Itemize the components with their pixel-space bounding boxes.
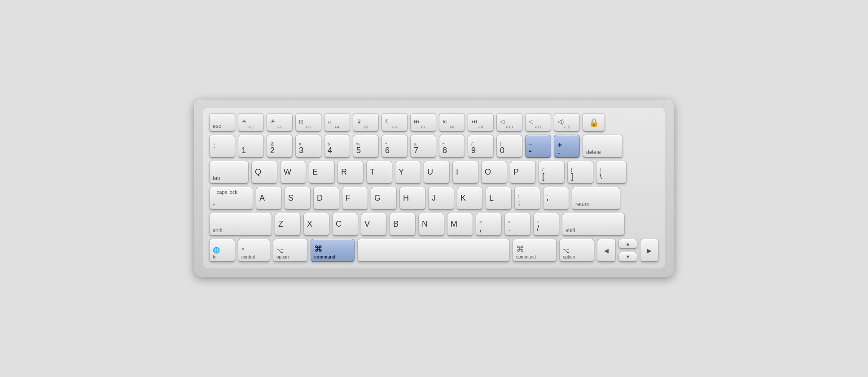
key-w[interactable]: W (280, 161, 306, 184)
f2-key[interactable]: ☀ F2 (267, 113, 293, 132)
f11-label: F11 (529, 125, 548, 129)
key-k[interactable]: K (457, 187, 483, 210)
key-l[interactable]: L (486, 187, 512, 210)
control-key[interactable]: ^ control (238, 239, 270, 262)
backslash-key[interactable]: | \ (596, 161, 627, 184)
lock-key[interactable]: 🔒 (583, 113, 605, 132)
key-3[interactable]: # 3 (295, 135, 321, 158)
period-key[interactable]: > . (504, 213, 530, 236)
key-q[interactable]: Q (251, 161, 277, 184)
f10-key[interactable]: ◁ F10 (496, 113, 522, 132)
key-u[interactable]: U (424, 161, 450, 184)
key-a[interactable]: A (256, 187, 282, 210)
fn-key[interactable]: 🌐 fn (209, 239, 235, 262)
a-label: A (259, 194, 265, 203)
key-v[interactable]: V (361, 213, 387, 236)
f12-key[interactable]: ◁) F12 (554, 113, 580, 132)
key-h[interactable]: H (399, 187, 425, 210)
caps-lock-key[interactable]: ● caps lock (209, 187, 253, 210)
quote-key[interactable]: " ' (543, 187, 569, 210)
caps-lock-label: caps lock (217, 189, 237, 195)
key-z[interactable]: Z (275, 213, 301, 236)
command-left-key[interactable]: ⌘ command (311, 239, 355, 262)
tilde-key[interactable]: ~ ` (209, 135, 235, 158)
key-f[interactable]: F (342, 187, 368, 210)
space-key[interactable] (357, 239, 510, 262)
f6-key[interactable]: ☾ F6 (381, 113, 408, 132)
key-m[interactable]: M (447, 213, 473, 236)
option-left-key[interactable]: ⌥ option (273, 239, 308, 262)
slash-key[interactable]: ? / (533, 213, 559, 236)
l-label: L (489, 194, 494, 203)
arrow-down-key[interactable]: ▼ (618, 252, 637, 262)
key-6[interactable]: ^ 6 (381, 135, 408, 158)
key-9[interactable]: ( 9 (468, 135, 494, 158)
f4-label: F4 (328, 125, 346, 129)
key-x[interactable]: X (303, 213, 329, 236)
f7-label: F7 (414, 125, 433, 129)
bottom-row: 🌐 fn ^ control ⌥ option ⌘ command ⌘ comm… (209, 239, 659, 262)
key-t[interactable]: T (366, 161, 392, 184)
f1-key[interactable]: ☀ F1 (238, 113, 264, 132)
key-n[interactable]: N (418, 213, 444, 236)
key-7[interactable]: & 7 (410, 135, 436, 158)
key-g[interactable]: G (371, 187, 397, 210)
comma-label: , (479, 224, 482, 233)
bracket-r-key[interactable]: } ] (567, 161, 593, 184)
key-r[interactable]: R (338, 161, 364, 184)
key-5-bottom: 5 (356, 146, 361, 155)
f7-key[interactable]: ⏮ F7 (410, 113, 436, 132)
option-right-key[interactable]: ⌥ option (559, 239, 594, 262)
f5-key[interactable]: 🎙 F5 (353, 113, 379, 132)
plus-key[interactable]: + = (554, 135, 580, 158)
arrow-up-key[interactable]: ▲ (618, 239, 637, 249)
key-4[interactable]: $ 4 (324, 135, 350, 158)
arrow-left-key[interactable]: ◀ (597, 239, 616, 262)
w-label: W (284, 168, 291, 177)
r-label: R (341, 168, 347, 177)
comma-key[interactable]: < , (476, 213, 502, 236)
esc-key[interactable]: esc (209, 113, 235, 132)
minus-key[interactable]: _ - (525, 135, 551, 158)
semicolon-key[interactable]: : ; (514, 187, 540, 210)
tab-key[interactable]: tab (209, 161, 249, 184)
key-y[interactable]: Y (395, 161, 421, 184)
delete-key[interactable]: delete (583, 135, 623, 158)
key-c[interactable]: C (332, 213, 358, 236)
command-l-icon: ⌘ (314, 244, 322, 254)
key-e[interactable]: E (309, 161, 335, 184)
zxcv-row: shift Z X C V B N M < , > . ? / shift (209, 213, 659, 236)
d-label: D (317, 194, 323, 203)
return-key[interactable]: return (572, 187, 620, 210)
key-0[interactable]: ) 0 (496, 135, 522, 158)
shift-left-key[interactable]: shift (209, 213, 272, 236)
return-label: return (575, 202, 589, 207)
f2-label: F2 (270, 125, 289, 129)
key-8[interactable]: * 8 (439, 135, 465, 158)
bracket-l-key[interactable]: { [ (539, 161, 565, 184)
key-6-bottom: 6 (385, 146, 390, 155)
key-o[interactable]: O (481, 161, 507, 184)
key-i[interactable]: I (452, 161, 478, 184)
f9-key[interactable]: ⏭ F9 (468, 113, 494, 132)
key-d[interactable]: D (313, 187, 339, 210)
f5-label: F5 (356, 125, 375, 129)
arrow-right-key[interactable]: ▶ (640, 239, 659, 262)
key-j[interactable]: J (428, 187, 454, 210)
key-p[interactable]: P (510, 161, 536, 184)
key-1[interactable]: ! 1 (238, 135, 264, 158)
f3-key[interactable]: ⊡ F3 (295, 113, 321, 132)
arrow-right-icon: ▶ (647, 247, 652, 254)
slash-label: / (537, 224, 539, 233)
arrow-left-icon: ◀ (604, 247, 609, 254)
f8-key[interactable]: ⏯ F8 (439, 113, 465, 132)
key-5[interactable]: % 5 (353, 135, 379, 158)
f4-key[interactable]: ⌕ F4 (324, 113, 350, 132)
command-right-key[interactable]: ⌘ command (513, 239, 557, 262)
key-s[interactable]: S (285, 187, 311, 210)
f11-key[interactable]: ◁ F11 (525, 113, 551, 132)
s-label: S (288, 194, 294, 203)
shift-right-key[interactable]: shift (562, 213, 625, 236)
key-2[interactable]: @ 2 (267, 135, 293, 158)
key-b[interactable]: B (390, 213, 416, 236)
